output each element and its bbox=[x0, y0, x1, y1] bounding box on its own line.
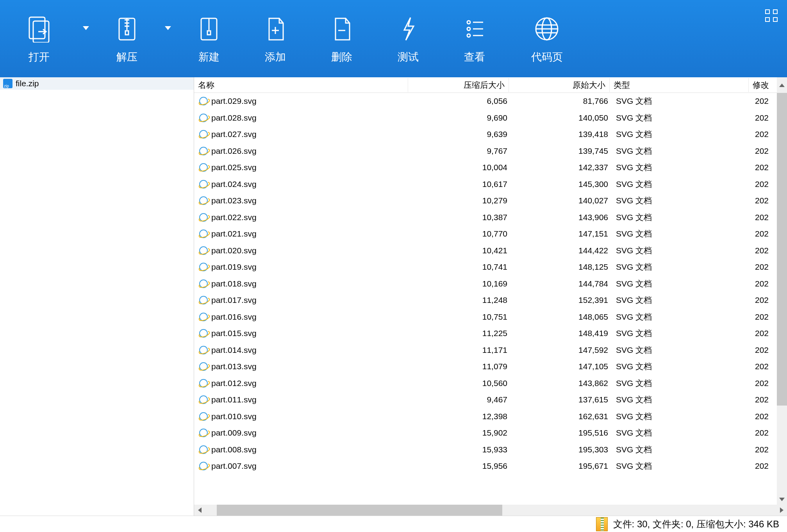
scroll-right-button[interactable] bbox=[776, 507, 787, 513]
status-text: 文件: 30, 文件夹: 0, 压缩包大小: 346 KB bbox=[613, 518, 779, 530]
hscroll-track[interactable] bbox=[205, 505, 776, 516]
scroll-up-button[interactable] bbox=[777, 77, 787, 93]
file-row[interactable]: part.008.svg15,933195,303SVG 文档202 bbox=[194, 441, 777, 458]
file-row[interactable]: part.012.svg10,560143,862SVG 文档202 bbox=[194, 375, 777, 392]
file-packed-size: 6,056 bbox=[410, 96, 511, 106]
delete-button[interactable]: 删除 bbox=[309, 0, 375, 77]
file-name: part.022.svg bbox=[211, 213, 410, 222]
file-row[interactable]: part.018.svg10,169144,784SVG 文档202 bbox=[194, 276, 777, 292]
new-label: 新建 bbox=[198, 50, 220, 64]
chevron-down-icon bbox=[165, 26, 171, 30]
file-modified: 202 bbox=[751, 163, 777, 172]
file-packed-size: 10,387 bbox=[410, 213, 511, 222]
arrow-up-icon bbox=[779, 84, 785, 87]
toolbar: 打开 解压 新建 添加 删除 测试 查看 bbox=[0, 0, 787, 77]
chevron-down-icon bbox=[83, 26, 89, 30]
file-name: part.027.svg bbox=[211, 130, 410, 139]
file-modified: 202 bbox=[751, 113, 777, 123]
extract-dropdown[interactable] bbox=[160, 0, 176, 77]
grid-icon bbox=[765, 9, 778, 22]
menu-button[interactable] bbox=[756, 0, 787, 77]
arrow-left-icon bbox=[198, 507, 202, 513]
horizontal-scrollbar[interactable] bbox=[194, 505, 787, 516]
file-name: part.007.svg bbox=[211, 461, 410, 471]
svg-point-4 bbox=[467, 21, 470, 24]
file-row[interactable]: part.014.svg11,171147,592SVG 文档202 bbox=[194, 342, 777, 359]
header-name[interactable]: 名称 bbox=[194, 78, 408, 92]
file-row[interactable]: part.024.svg10,617145,300SVG 文档202 bbox=[194, 176, 777, 193]
view-button[interactable]: 查看 bbox=[441, 0, 508, 77]
file-row[interactable]: part.029.svg6,05681,766SVG 文档202 bbox=[194, 93, 777, 110]
tree-item-archive[interactable]: file.zip bbox=[0, 77, 194, 90]
file-row[interactable]: part.028.svg9,690140,050SVG 文档202 bbox=[194, 110, 777, 126]
file-original-size: 147,592 bbox=[511, 345, 612, 355]
new-button[interactable]: 新建 bbox=[176, 0, 242, 77]
file-row[interactable]: part.019.svg10,741148,125SVG 文档202 bbox=[194, 259, 777, 276]
open-dropdown[interactable] bbox=[78, 0, 94, 77]
scroll-track[interactable] bbox=[777, 93, 787, 494]
file-type: SVG 文档 bbox=[612, 427, 751, 438]
file-type: SVG 文档 bbox=[612, 328, 751, 339]
delete-label: 删除 bbox=[331, 50, 352, 64]
header-type[interactable]: 类型 bbox=[610, 78, 749, 92]
file-row[interactable]: part.022.svg10,387143,906SVG 文档202 bbox=[194, 209, 777, 226]
file-icon bbox=[198, 162, 209, 173]
file-row[interactable]: part.026.svg9,767139,745SVG 文档202 bbox=[194, 143, 777, 160]
file-row[interactable]: part.020.svg10,421144,422SVG 文档202 bbox=[194, 242, 777, 259]
svg-point-5 bbox=[467, 27, 470, 30]
scroll-thumb[interactable] bbox=[777, 93, 787, 406]
file-row[interactable]: part.015.svg11,225148,419SVG 文档202 bbox=[194, 325, 777, 342]
file-modified: 202 bbox=[751, 196, 777, 205]
file-modified: 202 bbox=[751, 246, 777, 255]
file-packed-size: 10,560 bbox=[410, 379, 511, 388]
zip-icon bbox=[3, 79, 12, 88]
scroll-left-button[interactable] bbox=[194, 507, 205, 513]
file-row[interactable]: part.021.svg10,770147,151SVG 文档202 bbox=[194, 226, 777, 242]
new-icon bbox=[195, 13, 223, 44]
file-packed-size: 10,279 bbox=[410, 196, 511, 205]
header-packed[interactable]: 压缩后大小 bbox=[408, 78, 509, 92]
file-row[interactable]: part.023.svg10,279140,027SVG 文档202 bbox=[194, 192, 777, 209]
file-original-size: 143,862 bbox=[511, 379, 612, 388]
scroll-down-button[interactable] bbox=[779, 494, 785, 505]
extract-button[interactable]: 解压 bbox=[94, 0, 160, 77]
archive-icon bbox=[596, 517, 608, 531]
file-row[interactable]: part.009.svg15,902195,516SVG 文档202 bbox=[194, 425, 777, 441]
main-area: file.zip 名称 压缩后大小 原始大小 类型 修改 part.029.sv… bbox=[0, 77, 787, 516]
extract-icon bbox=[113, 13, 141, 44]
test-button[interactable]: 测试 bbox=[375, 0, 441, 77]
arrow-down-icon bbox=[779, 498, 785, 501]
file-icon bbox=[198, 245, 209, 256]
file-icon bbox=[198, 96, 209, 107]
codepage-button[interactable]: 代码页 bbox=[508, 0, 586, 77]
open-button[interactable]: 打开 bbox=[0, 0, 78, 77]
file-icon bbox=[198, 411, 209, 422]
add-button[interactable]: 添加 bbox=[242, 0, 309, 77]
file-row[interactable]: part.017.svg11,248152,391SVG 文档202 bbox=[194, 292, 777, 309]
file-original-size: 144,784 bbox=[511, 279, 612, 288]
file-packed-size: 12,398 bbox=[410, 412, 511, 421]
file-packed-size: 10,004 bbox=[410, 163, 511, 172]
file-modified: 202 bbox=[751, 329, 777, 338]
file-row[interactable]: part.011.svg9,467137,615SVG 文档202 bbox=[194, 391, 777, 408]
file-packed-size: 11,225 bbox=[410, 329, 511, 338]
file-name: part.024.svg bbox=[211, 180, 410, 189]
file-original-size: 81,766 bbox=[511, 96, 612, 106]
vertical-scrollbar[interactable] bbox=[777, 93, 787, 505]
file-row[interactable]: part.025.svg10,004142,337SVG 文档202 bbox=[194, 159, 777, 176]
file-row[interactable]: part.010.svg12,398162,631SVG 文档202 bbox=[194, 408, 777, 425]
file-original-size: 144,422 bbox=[511, 246, 612, 255]
codepage-label: 代码页 bbox=[531, 50, 563, 64]
file-original-size: 195,516 bbox=[511, 428, 612, 438]
test-label: 测试 bbox=[398, 50, 419, 64]
file-row[interactable]: part.013.svg11,079147,105SVG 文档202 bbox=[194, 358, 777, 375]
hscroll-thumb[interactable] bbox=[217, 505, 502, 516]
file-row[interactable]: part.007.svg15,956195,671SVG 文档202 bbox=[194, 458, 777, 475]
file-original-size: 145,300 bbox=[511, 180, 612, 189]
file-name: part.011.svg bbox=[211, 395, 410, 404]
test-icon bbox=[394, 13, 422, 44]
file-row[interactable]: part.016.svg10,751148,065SVG 文档202 bbox=[194, 309, 777, 326]
add-icon bbox=[262, 13, 289, 44]
file-row[interactable]: part.027.svg9,639139,418SVG 文档202 bbox=[194, 126, 777, 143]
header-original[interactable]: 原始大小 bbox=[509, 78, 610, 92]
